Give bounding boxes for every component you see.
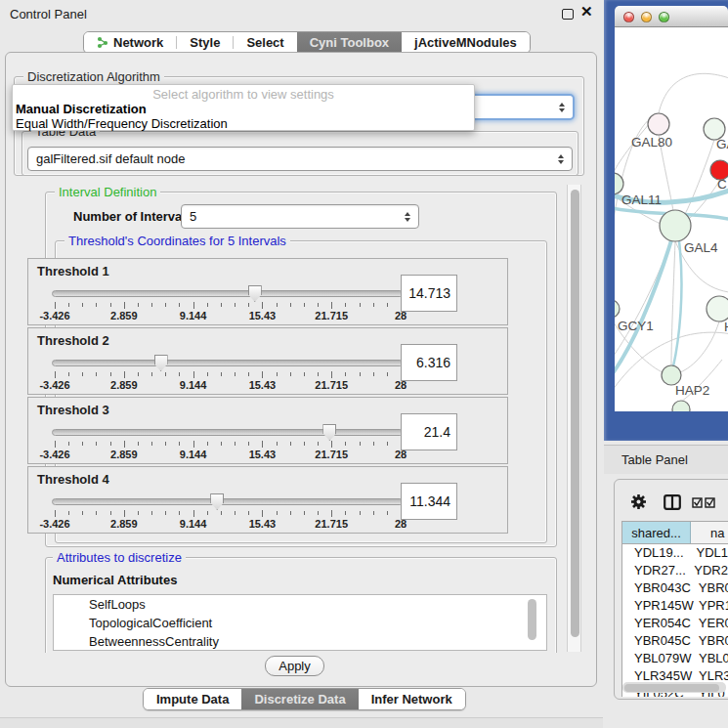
tab-impute-data[interactable]: Impute Data <box>144 689 241 709</box>
cell-name[interactable]: YBL0 <box>691 650 728 667</box>
tab-jactivemnodules[interactable]: jActiveMNodules <box>402 32 530 53</box>
network-node-GAL80[interactable] <box>648 113 669 135</box>
cell-shared-name[interactable]: YER054C <box>622 615 691 632</box>
table-horizontal-scrollbar[interactable] <box>622 682 726 693</box>
slider-scale: -3.4262.8599.14415.4321.71528 <box>55 518 401 529</box>
network-edge-highlighted[interactable] <box>615 240 671 381</box>
cell-name[interactable]: YDR2 <box>686 562 728 579</box>
slider-scale-label: 15.43 <box>249 310 277 321</box>
network-window-titlebar[interactable] <box>615 6 728 27</box>
window-bottom-edge <box>0 717 603 728</box>
slider-track[interactable] <box>52 429 404 436</box>
network-edge[interactable] <box>671 241 675 365</box>
table-row[interactable]: YPR145WYPR1 <box>622 597 728 615</box>
tab-select[interactable]: Select <box>234 32 296 53</box>
slider-track[interactable] <box>52 498 404 505</box>
gear-icon[interactable] <box>630 493 647 510</box>
network-canvas[interactable]: GAL80GACGAL11GAL4GCY1HHAP2 <box>615 27 728 411</box>
network-node-GAL4[interactable] <box>660 210 691 241</box>
numerical-attributes-label: Numerical Attributes <box>53 573 177 587</box>
table-data-combobox[interactable]: galFiltered.sif default node <box>27 147 573 171</box>
number-of-intervals-label: Number of Intervals <box>73 209 193 224</box>
scrollbar-thumb[interactable] <box>571 190 579 637</box>
slider-scale: -3.4262.8599.14415.4321.71528 <box>55 449 401 459</box>
tab-discretize-data[interactable]: Discretize Data <box>241 689 358 709</box>
slider-track[interactable] <box>52 290 404 297</box>
slider-thumb[interactable] <box>154 355 168 371</box>
slider-track[interactable] <box>52 360 404 366</box>
cell-shared-name[interactable]: YPR145W <box>622 597 691 615</box>
tab-network[interactable]: Network <box>84 32 176 53</box>
threshold-value-field[interactable]: 14.713 <box>401 275 457 312</box>
threshold-slider-2[interactable]: -3.4262.8599.14415.4321.71528 <box>52 358 404 387</box>
slider-scale-label: -3.426 <box>39 379 69 391</box>
settings-scrollbar[interactable] <box>567 185 581 652</box>
dropdown-option-equal-width[interactable]: Equal Width/Frequency Discretization <box>13 116 474 131</box>
slider-thumb[interactable] <box>322 424 336 441</box>
tab-label: Discretize Data <box>254 692 345 707</box>
network-node-GCY1[interactable] <box>615 300 620 318</box>
slider-thumb[interactable] <box>210 493 224 510</box>
combo-stepper-icon[interactable] <box>558 154 564 164</box>
network-icon <box>97 36 108 49</box>
table-row[interactable]: YER054CYER0 <box>622 615 728 632</box>
cell-name[interactable]: YBR0 <box>691 579 728 597</box>
column-header-shared-name[interactable]: shared... <box>622 522 691 543</box>
attribute-list-item[interactable]: TopologicalCoefficient <box>71 614 546 632</box>
attribute-list-item[interactable]: SelfLoops <box>71 595 546 614</box>
tab-cyni-toolbox[interactable]: Cyni Toolbox <box>297 32 402 53</box>
slider-thumb[interactable] <box>248 285 262 302</box>
cell-name[interactable]: YPR1 <box>691 597 728 615</box>
threshold-value-field[interactable]: 11.344 <box>401 483 457 520</box>
combo-stepper-icon[interactable] <box>559 103 565 112</box>
table-header-row: shared... na <box>621 521 728 544</box>
threshold-value-field[interactable]: 6.316 <box>401 344 457 381</box>
table-row[interactable]: YDL19...YDL1 <box>622 544 728 562</box>
table-row[interactable]: YBR045CYBR0 <box>622 632 728 650</box>
threshold-value-field[interactable]: 21.4 <box>401 413 457 450</box>
cell-name[interactable]: YDL1 <box>688 544 728 562</box>
table-row[interactable]: YBR043CYBR0 <box>622 579 728 597</box>
threshold-slider-3[interactable]: -3.4262.8599.14415.4321.71528 <box>52 427 404 456</box>
dropdown-option-manual[interactable]: Manual Discretization <box>13 102 474 116</box>
table-row[interactable]: YDR27...YDR2 <box>622 562 728 579</box>
threshold-slider-4[interactable]: -3.4262.8599.14415.4321.71528 <box>52 496 404 526</box>
network-node-node-right-mid[interactable] <box>707 296 728 321</box>
network-node-label: HAP2 <box>675 383 709 398</box>
network-edge[interactable] <box>659 73 728 113</box>
minimize-traffic-light-icon[interactable] <box>641 12 652 22</box>
list-scrollbar[interactable] <box>527 597 544 648</box>
column-header-name[interactable]: na <box>691 522 728 543</box>
network-node-HAP2[interactable] <box>662 365 681 385</box>
tab-style[interactable]: Style <box>177 32 233 53</box>
network-edge[interactable] <box>680 321 719 372</box>
cell-shared-name[interactable]: YBR043C <box>622 579 691 597</box>
cell-shared-name[interactable]: YBL079W <box>622 650 691 667</box>
float-window-icon[interactable] <box>562 9 574 20</box>
cell-shared-name[interactable]: YBR045C <box>622 632 691 650</box>
checkbox-icons[interactable] <box>692 497 717 508</box>
cell-name[interactable]: YER0 <box>691 615 728 632</box>
cell-shared-name[interactable]: YDL19... <box>622 544 688 562</box>
number-of-intervals-combobox[interactable]: 5 <box>181 204 419 229</box>
close-icon[interactable]: ✕ <box>580 3 593 21</box>
combo-stepper-icon[interactable] <box>405 212 410 222</box>
split-columns-icon[interactable] <box>664 494 681 510</box>
table-body[interactable]: YDL19...YDL1YDR27...YDR2YBR043CYBR0YPR14… <box>621 544 728 697</box>
network-node-label: GAL11 <box>621 193 662 207</box>
tab-infer-network[interactable]: Infer Network <box>359 689 465 709</box>
cell-name[interactable]: YBR0 <box>691 632 728 650</box>
cell-shared-name[interactable]: YDR27... <box>622 562 686 579</box>
network-edge[interactable] <box>615 241 671 364</box>
table-row[interactable]: YBL079WYBL0 <box>622 650 728 667</box>
tab-label: Infer Network <box>371 692 452 707</box>
zoom-traffic-light-icon[interactable] <box>659 12 669 22</box>
apply-button[interactable]: Apply <box>265 656 324 676</box>
threshold-slider-1[interactable]: -3.4262.8599.14415.4321.71528 <box>52 288 404 318</box>
network-edge[interactable] <box>685 140 714 214</box>
network-node-node-bottom[interactable] <box>672 401 690 411</box>
close-traffic-light-icon[interactable] <box>623 12 634 22</box>
attribute-list-item[interactable]: BetweennessCentrality <box>71 632 546 651</box>
dropdown-prompt-item[interactable]: Select algorithm to view settings <box>13 87 474 102</box>
numerical-attributes-list[interactable]: SelfLoopsTopologicalCoefficientBetweenne… <box>53 594 547 651</box>
